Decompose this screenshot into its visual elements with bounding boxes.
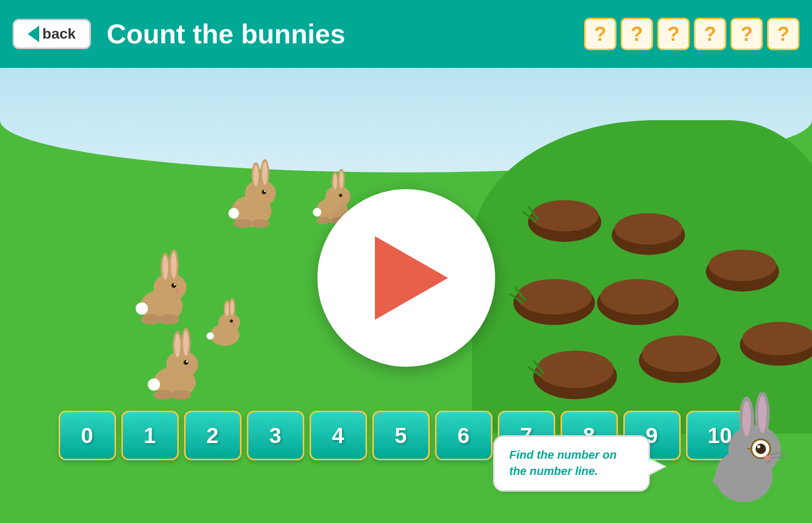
svg-point-38 <box>338 169 345 191</box>
number-line: 0 1 2 3 4 5 6 7 8 9 10 <box>16 411 796 460</box>
svg-point-63 <box>230 320 233 323</box>
svg-point-70 <box>181 328 191 358</box>
svg-point-89 <box>764 456 771 460</box>
scene: 0 1 2 3 4 5 6 7 8 9 10 Find the number o… <box>0 68 812 523</box>
svg-point-69 <box>175 334 180 357</box>
number-btn-5[interactable]: 5 <box>372 411 430 460</box>
guide-rabbit-svg <box>697 392 791 507</box>
svg-point-81 <box>742 401 751 436</box>
play-button[interactable] <box>317 189 495 367</box>
svg-point-29 <box>264 190 266 192</box>
number-btn-6[interactable]: 6 <box>435 411 493 460</box>
header: back Count the bunnies ? ? ? ? ? ? <box>0 0 812 68</box>
svg-point-32 <box>234 219 251 228</box>
help-buttons-container: ? ? ? ? ? ? <box>584 18 799 50</box>
svg-point-22 <box>232 195 272 227</box>
svg-point-75 <box>148 378 160 390</box>
svg-point-33 <box>251 219 269 228</box>
svg-point-39 <box>339 171 344 189</box>
svg-point-72 <box>184 360 188 365</box>
svg-point-83 <box>758 396 767 433</box>
svg-point-61 <box>229 298 236 318</box>
svg-point-28 <box>262 190 267 194</box>
help-button-3[interactable]: ? <box>657 18 690 50</box>
back-label: back <box>42 26 76 42</box>
svg-point-54 <box>136 303 148 315</box>
svg-point-47 <box>161 252 170 283</box>
svg-point-58 <box>218 313 240 332</box>
svg-point-36 <box>331 171 339 192</box>
svg-point-73 <box>186 361 188 363</box>
help-button-5[interactable]: ? <box>730 18 763 50</box>
svg-point-41 <box>342 199 345 200</box>
svg-point-60 <box>225 303 229 317</box>
svg-point-55 <box>141 314 162 324</box>
number-btn-2[interactable]: 2 <box>184 411 242 460</box>
svg-point-68 <box>173 331 182 360</box>
right-hill <box>472 120 812 434</box>
number-btn-1[interactable]: 1 <box>121 411 179 460</box>
number-btn-3[interactable]: 3 <box>247 411 304 460</box>
help-button-6[interactable]: ? <box>767 18 799 50</box>
svg-point-50 <box>171 252 177 278</box>
svg-point-65 <box>207 332 214 340</box>
svg-point-31 <box>228 208 239 218</box>
svg-point-67 <box>166 351 198 378</box>
svg-point-53 <box>176 289 179 292</box>
svg-point-74 <box>188 366 191 369</box>
svg-point-66 <box>154 367 196 398</box>
svg-point-52 <box>174 284 176 286</box>
svg-point-43 <box>316 217 330 224</box>
svg-point-77 <box>171 390 191 400</box>
svg-point-64 <box>233 324 235 326</box>
svg-point-23 <box>245 180 276 207</box>
back-button[interactable]: back <box>13 19 91 49</box>
svg-point-42 <box>313 208 322 217</box>
svg-point-35 <box>325 185 350 207</box>
svg-point-76 <box>154 390 174 400</box>
help-button-4[interactable]: ? <box>694 18 726 50</box>
speech-bubble: Find the number on the number line. <box>493 435 650 492</box>
svg-point-57 <box>210 324 239 346</box>
svg-point-59 <box>224 300 231 319</box>
play-icon <box>375 236 448 320</box>
number-btn-4[interactable]: 4 <box>310 411 367 460</box>
guide-rabbit <box>697 392 802 507</box>
help-button-1[interactable]: ? <box>584 18 616 50</box>
svg-point-30 <box>266 195 269 198</box>
svg-point-62 <box>231 300 234 316</box>
svg-point-51 <box>171 283 176 288</box>
number-btn-0[interactable]: 0 <box>59 411 116 460</box>
svg-point-71 <box>183 331 189 356</box>
svg-point-37 <box>333 174 337 190</box>
svg-point-86 <box>757 445 760 448</box>
svg-point-56 <box>159 314 180 324</box>
svg-point-48 <box>163 255 168 280</box>
svg-point-46 <box>154 273 187 301</box>
speech-bubble-text: Find the number on the number line. <box>509 447 634 480</box>
svg-point-49 <box>169 249 178 281</box>
page-title: Count the bunnies <box>107 18 584 50</box>
svg-point-45 <box>141 290 183 323</box>
svg-point-40 <box>339 194 342 197</box>
back-arrow-icon <box>28 26 39 42</box>
help-button-2[interactable]: ? <box>621 18 653 50</box>
svg-point-85 <box>756 444 766 454</box>
